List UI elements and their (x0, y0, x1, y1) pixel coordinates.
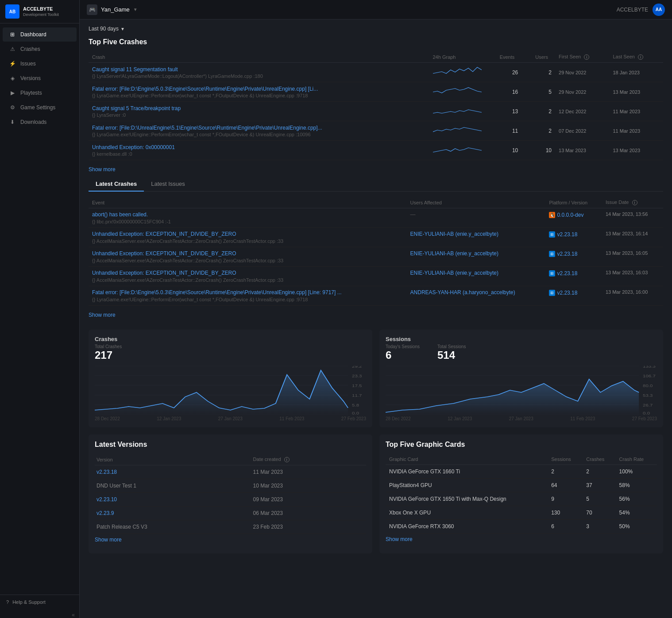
platform-badge: ⊞ v2.23.18 (549, 270, 577, 276)
table-row: Unhandled Exception: 0x00000001 {} kerne… (89, 141, 663, 160)
sidebar-label-game-settings: Game Settings (20, 104, 55, 111)
version-link[interactable]: v2.23.18 (557, 290, 577, 296)
version-link[interactable]: v2.23.9 (97, 510, 114, 516)
sidebar-item-issues[interactable]: ⚡ Issues (3, 57, 77, 71)
windows-icon: ⊞ (549, 270, 555, 276)
top-five-table: Crash 24h Graph Events Users First Seen … (89, 51, 663, 160)
avatar[interactable]: AA (653, 4, 665, 16)
user-link[interactable]: ENIE-YULIANI-AB (enie.y_accelbyte) (410, 270, 498, 276)
crash-rate-cell: 54% (616, 506, 657, 520)
crash-link[interactable]: Unhandled Exception: 0x00000001 (92, 144, 426, 150)
content-area: Last 90 days ▼ Top Five Crashes Crash 24… (80, 19, 672, 618)
period-label: Last 90 days (89, 26, 119, 32)
crash-sub: {} LyraServer!ALyraGameMode::Logout(ACon… (92, 73, 426, 79)
version-link[interactable]: v2.23.18 (557, 231, 577, 238)
users-cell: 2 (521, 121, 555, 141)
crash-title-cell: Fatal error: [File:D:\UnrealEngine\5.1\E… (89, 121, 429, 141)
nav-items: ⊞ Dashboard ⚠ Crashes ⚡ Issues ◈ Version… (0, 23, 79, 595)
version-link[interactable]: v2.23.18 (557, 251, 577, 257)
sessions-today-value: 6 (386, 349, 420, 361)
svg-text:106.7: 106.7 (643, 374, 656, 378)
svg-text:133.3: 133.3 (643, 366, 656, 368)
versions-show-more[interactable]: Show more (95, 537, 122, 543)
help-support[interactable]: ? Help & Support (0, 595, 79, 609)
event-link[interactable]: Unhandled Exception: EXCEPTION_INT_DIVID… (92, 270, 236, 276)
crashes-chart-meta: Total Crashes 217 (95, 344, 366, 361)
ver-col-date: Date created i (251, 454, 366, 465)
crash-sub: {} LyraGame.exe!UEngine::PerformError(wc… (92, 93, 426, 98)
event-link[interactable]: abort() has been called. (92, 211, 148, 218)
crashes-chart-title: Crashes (95, 336, 366, 342)
platform-badge: ⊞ v2.23.18 (549, 231, 577, 238)
sidebar-item-crashes[interactable]: ⚠ Crashes (3, 42, 77, 56)
crashes-cell: 37 (583, 479, 615, 492)
sessions-cell: 6 (548, 520, 583, 534)
latest-crashes-show-more[interactable]: Show more (89, 312, 116, 318)
first-seen-cell: 07 Dec 2022 (555, 121, 609, 141)
event-link[interactable]: Unhandled Exception: EXCEPTION_INT_DIVID… (92, 250, 236, 257)
sessions-chart-card: Sessions Today's Sessions 6 Total Sessio… (379, 330, 663, 427)
crashes-chart-card: Crashes Total Crashes 217 (89, 330, 372, 427)
first-seen-cell: 29 Nov 2022 (555, 82, 609, 102)
windows-icon: ⊞ (549, 231, 555, 238)
list-item: NVIDIA GeForce GTX 1660 Ti 2 2 100% (386, 465, 657, 479)
collapse-button[interactable]: « (0, 612, 79, 618)
lc-col-date: Issue Date i (602, 197, 663, 208)
event-title-cell: Unhandled Exception: EXCEPTION_INT_DIVID… (89, 247, 407, 267)
version-link[interactable]: 0.0.0.0-dev (557, 212, 583, 218)
crash-link[interactable]: Caught signal 11 Segmentation fault (92, 66, 426, 73)
tab-latest-crashes[interactable]: Latest Crashes (89, 177, 144, 192)
graphic-cards-show-more[interactable]: Show more (386, 536, 413, 542)
crash-sub: {} LyraServer :0 (92, 112, 426, 118)
crash-link[interactable]: Caught signal 5 Trace/breakpoint trap (92, 105, 426, 111)
logo: AB ACCELBYTE Development Toolkit (0, 0, 79, 23)
event-link[interactable]: Unhandled Exception: EXCEPTION_INT_DIVID… (92, 231, 236, 237)
event-link[interactable]: Fatal error: [File:D:\Engine\5.0.3\Engin… (92, 289, 342, 296)
period-selector[interactable]: Last 90 days ▼ (89, 26, 663, 32)
sidebar-label-versions: Versions (20, 75, 41, 81)
version-link[interactable]: v2.23.18 (557, 270, 577, 276)
user-affected-cell: ENIE-YULIANI-AB (enie.y_accelbyte) (407, 228, 546, 247)
sidebar-label-issues: Issues (20, 61, 36, 67)
sidebar-item-dashboard[interactable]: ⊞ Dashboard (3, 27, 77, 42)
date-created-info-icon: i (284, 457, 290, 462)
windows-icon: ⊞ (549, 251, 555, 257)
linux-icon: 🐧 (549, 212, 555, 218)
version-cell: v2.23.9 (95, 507, 251, 520)
sidebar-item-downloads[interactable]: ⬇ Downloads (3, 115, 77, 129)
svg-text:23.3: 23.3 (352, 374, 362, 378)
platform-badge: ⊞ v2.23.18 (549, 251, 577, 257)
lc-col-event: Event (89, 197, 407, 208)
users-cell: 2 (521, 102, 555, 121)
first-seen-cell: 12 Dec 2022 (555, 102, 609, 121)
tab-latest-issues[interactable]: Latest Issues (144, 177, 192, 192)
date-created-cell: 09 Mar 2023 (251, 493, 366, 507)
list-item: Patch Release C5 V3 23 Feb 2023 (95, 520, 366, 534)
crash-link[interactable]: Fatal error: [File:D:\Engine\5.0.3\Engin… (92, 86, 426, 92)
user-link[interactable]: ANDREAS-YAN-HAR (a.haryono_accelbyte) (410, 289, 515, 296)
sessions-chart-meta: Today's Sessions 6 Total Sessions 514 (386, 344, 657, 361)
game-selector[interactable]: 🎮 Yan_Game ▼ (87, 4, 138, 15)
table-row: Unhandled Exception: EXCEPTION_INT_DIVID… (89, 247, 663, 267)
crash-link[interactable]: Fatal error: [File:D:\UnrealEngine\5.1\E… (92, 125, 426, 131)
event-title-cell: abort() has been called. {} libc.prx!0x0… (89, 208, 407, 228)
sidebar-item-playtests[interactable]: ▶ Playtests (3, 86, 77, 100)
events-cell: 13 (485, 102, 522, 121)
help-icon: ? (6, 599, 9, 605)
user-link[interactable]: ENIE-YULIANI-AB (enie.y_accelbyte) (410, 231, 498, 237)
top-five-show-more[interactable]: Show more (89, 166, 116, 173)
list-item: v2.23.9 06 Mar 2023 (95, 507, 366, 520)
user-link[interactable]: ENIE-YULIANI-AB (enie.y_accelbyte) (410, 250, 498, 257)
latest-versions-card: Latest Versions Version Date created i v… (89, 434, 372, 553)
user-affected-cell: ENIE-YULIANI-AB (enie.y_accelbyte) (407, 247, 546, 267)
gc-col-card: Graphic Card (386, 454, 548, 465)
version-link[interactable]: v2.23.10 (97, 496, 117, 503)
topbar: 🎮 Yan_Game ▼ ACCELBYTE AA (80, 0, 672, 19)
last-seen-cell: 18 Jan 2023 (609, 63, 663, 82)
version-link[interactable]: v2.23.18 (97, 469, 117, 475)
sidebar-item-game-settings[interactable]: ⚙ Game Settings (3, 100, 77, 115)
graphic-cards-title: Top Five Graphic Cards (386, 441, 657, 449)
platform-version-cell: ⊞ v2.23.18 (545, 228, 602, 247)
sidebar-item-versions[interactable]: ◈ Versions (3, 71, 77, 85)
col-crash: Crash (89, 51, 429, 63)
